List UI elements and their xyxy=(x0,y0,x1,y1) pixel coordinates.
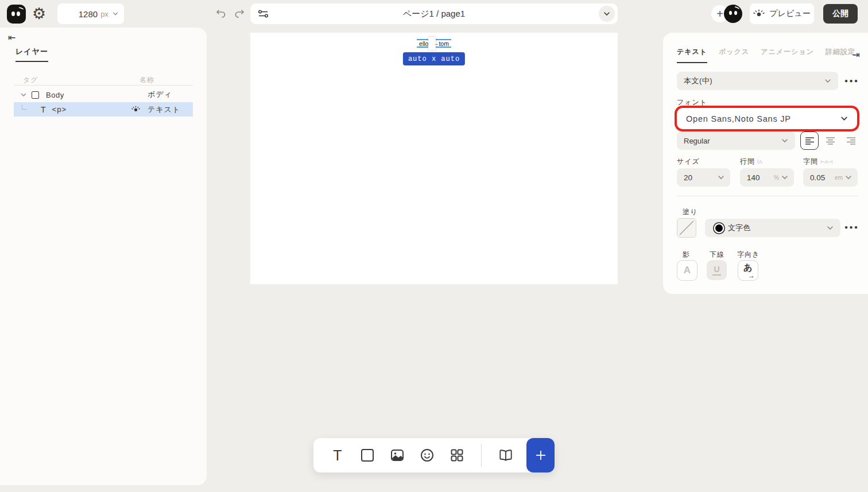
logo-eye xyxy=(17,11,20,16)
chevron-down-icon xyxy=(113,11,118,16)
align-center-button[interactable] xyxy=(821,131,839,150)
font-weight-select[interactable]: Regular xyxy=(677,131,795,150)
direction-arrow-icon: → xyxy=(748,272,755,280)
user-avatar[interactable] xyxy=(724,5,742,23)
text-style-preset-select[interactable]: 本文(中) xyxy=(677,72,838,90)
layers-panel-title: レイヤー xyxy=(16,47,48,62)
direction-label: 字向き xyxy=(737,250,760,259)
page-name: ページ1 / page1 xyxy=(403,9,465,20)
page-dropdown-button[interactable] xyxy=(599,6,615,22)
text-content-left: ello xyxy=(419,40,428,47)
chevron-down-icon xyxy=(824,79,831,83)
add-element-button[interactable] xyxy=(526,438,555,472)
text-shadow-button[interactable]: A xyxy=(677,260,698,281)
toolbar-divider xyxy=(481,444,482,467)
element-size-badge: auto x auto xyxy=(403,52,465,65)
underline-button[interactable]: U xyxy=(707,260,727,280)
layer-tag: <p> xyxy=(52,105,67,114)
chevron-down-icon xyxy=(718,175,724,180)
add-image-button[interactable] xyxy=(390,448,404,462)
open-book-icon xyxy=(499,449,513,462)
studio-logo-icon[interactable] xyxy=(7,5,26,24)
text-tag-icon: T xyxy=(41,105,46,114)
text-color-name: 文字色 xyxy=(728,223,750,233)
text-color-select[interactable]: 文字色 xyxy=(705,219,840,237)
font-family-value: Open Sans,Noto Sans JP xyxy=(686,114,791,123)
font-weight-value: Regular xyxy=(684,137,710,145)
no-fill-swatch[interactable] xyxy=(677,218,696,238)
preview-button[interactable]: プレビュー xyxy=(750,3,814,24)
preset-value: 本文(中) xyxy=(684,76,712,86)
align-left-button[interactable] xyxy=(800,131,819,150)
chevron-down-icon xyxy=(840,116,848,121)
line-height-label: 行間ⅠA xyxy=(740,157,762,166)
chevron-down-icon xyxy=(827,226,834,230)
chevron-down-icon[interactable] xyxy=(21,93,26,97)
preset-more-options-icon[interactable]: ●●● xyxy=(844,78,858,84)
layer-name: ボディ xyxy=(148,90,172,100)
redo-button[interactable] xyxy=(233,7,246,20)
layer-tag: Body xyxy=(46,91,64,99)
underline-label: 下線 xyxy=(710,250,724,259)
inspector-tabs: テキスト ボックス アニメーション 詳細設定 xyxy=(677,47,855,63)
undo-button[interactable] xyxy=(215,7,227,20)
shadow-a-glyph: A xyxy=(684,265,691,276)
font-label: フォント xyxy=(677,98,707,107)
grid-components-icon xyxy=(450,448,464,462)
layer-row-text-selected[interactable]: T <p> テキスト xyxy=(14,102,193,117)
screen-width-value: 1280 xyxy=(79,9,98,19)
writing-direction-button[interactable]: あ → xyxy=(738,260,758,281)
text-content-right: tom xyxy=(439,40,449,47)
layer-name: テキスト xyxy=(148,104,180,115)
settings-gear-icon[interactable]: ⚙ xyxy=(29,3,49,24)
collapse-sidebar-icon[interactable]: ⇤ xyxy=(8,32,16,43)
box-tag-icon xyxy=(32,91,39,99)
collapse-inspector-icon[interactable]: ⇥ xyxy=(852,49,860,60)
screen-size-selector[interactable]: 1280 px xyxy=(57,3,124,24)
box-icon xyxy=(361,449,374,462)
chevron-down-icon xyxy=(845,175,852,180)
font-family-select-highlighted[interactable]: Open Sans,Noto Sans JP xyxy=(677,108,857,129)
layers-panel: ⇤ レイヤー タグ 名称 Body ボディ T <p> テキスト xyxy=(0,28,207,485)
divider xyxy=(677,196,858,196)
font-size-select[interactable]: 20 xyxy=(677,168,730,187)
page-settings-icon[interactable] xyxy=(258,9,268,18)
add-component-button[interactable] xyxy=(450,448,464,462)
canvas-page[interactable]: ello → tom auto x auto xyxy=(250,33,618,284)
selected-text-element[interactable]: ello → tom xyxy=(417,39,451,48)
add-text-button[interactable]: T xyxy=(331,448,344,462)
text-inspector-panel: テキスト ボックス アニメーション 詳細設定 ⇥ 本文(中) ●●● フォント … xyxy=(663,33,868,294)
color-swatch-black xyxy=(715,224,723,232)
divider xyxy=(14,85,193,86)
add-box-button[interactable] xyxy=(361,448,374,462)
tab-animation[interactable]: アニメーション xyxy=(761,47,814,63)
tab-box[interactable]: ボックス xyxy=(719,47,749,63)
line-height-unit: % xyxy=(774,175,781,181)
color-more-options-icon[interactable]: ●●● xyxy=(844,224,858,230)
line-height-select[interactable]: 140 % xyxy=(740,168,794,187)
letter-spacing-value: 0.05 xyxy=(810,173,825,182)
tab-text[interactable]: テキスト xyxy=(677,47,707,63)
column-header-name: 名称 xyxy=(140,75,154,85)
plus-icon xyxy=(535,450,547,461)
chevron-down-icon xyxy=(781,175,788,180)
font-size-value: 20 xyxy=(684,173,692,182)
layer-row-body[interactable]: Body ボディ xyxy=(14,87,193,102)
app: ⚙ 1280 px ページ1 / page1 + プ xyxy=(0,0,868,492)
column-header-tag: タグ xyxy=(23,75,38,85)
smiley-icon xyxy=(420,448,434,462)
logo-eye xyxy=(11,11,15,16)
design-library-button[interactable] xyxy=(499,448,513,462)
visibility-eye-icon[interactable] xyxy=(131,106,140,113)
letter-spacing-unit: em xyxy=(835,175,845,181)
diagonal-none-icon xyxy=(677,219,696,237)
add-icon-button[interactable] xyxy=(420,448,434,462)
page-selector[interactable]: ページ1 / page1 xyxy=(250,3,618,24)
underline-u-glyph: U xyxy=(712,265,720,276)
letter-spacing-select[interactable]: 0.05 em xyxy=(803,168,858,187)
tab-advanced[interactable]: 詳細設定 xyxy=(826,47,855,63)
publish-button[interactable]: 公開 xyxy=(823,4,858,24)
letter-spacing-label: 字間⊢A⊣ xyxy=(803,157,833,166)
screen-width-unit: px xyxy=(100,10,108,18)
align-right-button[interactable] xyxy=(842,131,860,150)
